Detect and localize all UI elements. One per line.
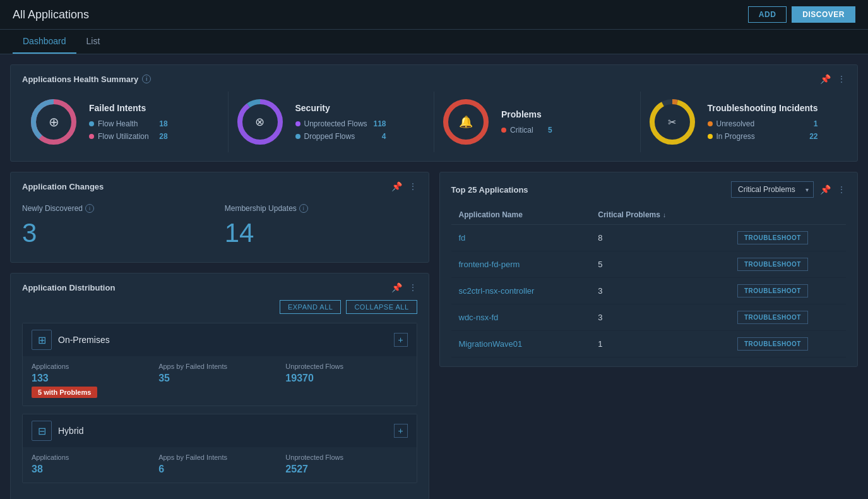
- newly-discovered-info-icon: i: [85, 204, 94, 213]
- app-changes-title: Application Changes: [22, 182, 104, 191]
- hybrid-unprotected: Unprotected Flows 2527: [285, 454, 407, 475]
- health-section-security: ⊗ Security Unprotected Flows 118 Dropped…: [229, 92, 435, 152]
- dropped-flows-item: Dropped Flows 4: [295, 132, 386, 141]
- hybrid-failed-intents: Apps by Failed Intents 6: [158, 454, 280, 475]
- app-changes-body: Newly Discovered i 3 Membership Updates …: [22, 199, 417, 253]
- unresolved-value: 1: [803, 119, 818, 128]
- on-premises-expand-button[interactable]: +: [394, 333, 408, 347]
- security-legend: Security Unprotected Flows 118 Dropped F…: [295, 103, 386, 141]
- tab-dashboard[interactable]: Dashboard: [13, 30, 76, 54]
- troubleshoot-btn-wdc[interactable]: TROUBLESHOOT: [737, 311, 808, 324]
- troubleshoot-btn-frontend[interactable]: TROUBLESHOOT: [737, 258, 808, 271]
- troubleshoot-cell-wdc: TROUBLESHOOT: [737, 311, 838, 324]
- on-premises-problems-badge: 5 with Problems: [32, 387, 97, 398]
- two-col-layout: Application Changes 📌 ⋮ Newly Discovered…: [10, 172, 858, 499]
- flow-utilization-item: Flow Utilization 28: [89, 132, 168, 141]
- troubleshoot-btn-fd[interactable]: TROUBLESHOOT: [737, 231, 808, 244]
- sort-icon: ↓: [663, 212, 666, 219]
- health-summary-body: ⊕ Failed Intents Flow Health 18 Flow Uti…: [22, 92, 846, 152]
- top25-dropdown[interactable]: Critical Problems In Progress Unresolved: [731, 181, 814, 198]
- table-row: frontend-fd-perm 5 TROUBLESHOOT: [451, 251, 847, 278]
- in-progress-item: In Progress 22: [708, 132, 818, 141]
- discover-button[interactable]: DISCOVER: [792, 6, 855, 23]
- table-row: fd 8 TROUBLESHOOT: [451, 225, 847, 251]
- membership-updates-section: Membership Updates i 14: [225, 204, 417, 248]
- app-name-sc2ctrl[interactable]: sc2ctrl-nsx-controller: [459, 286, 598, 296]
- app-distribution-header: Application Distribution 📌 ⋮: [22, 282, 417, 292]
- critical-value: 5: [537, 126, 552, 135]
- troubleshoot-btn-sc2ctrl[interactable]: TROUBLESHOOT: [737, 284, 808, 298]
- th-critical-problems: Critical Problems ↓: [598, 210, 737, 219]
- more-icon[interactable]: ⋮: [408, 282, 417, 292]
- membership-updates-info-icon: i: [299, 204, 308, 213]
- top25-card: Top 25 Applications Critical Problems In…: [439, 172, 859, 367]
- app-changes-card: Application Changes 📌 ⋮ Newly Discovered…: [10, 172, 429, 263]
- unprotected-flows-item: Unprotected Flows 118: [295, 119, 386, 128]
- app-distribution-card: Application Distribution 📌 ⋮ EXPAND ALL …: [10, 273, 429, 499]
- flow-health-value: 18: [153, 119, 168, 128]
- add-button[interactable]: ADD: [748, 6, 787, 23]
- th-app-name: Application Name: [459, 210, 598, 219]
- on-premises-icon: ⊞: [32, 330, 52, 350]
- problems-icon: 🔔: [459, 115, 473, 129]
- app-name-migrationwave[interactable]: MigrationWave01: [459, 339, 598, 349]
- expand-all-button[interactable]: EXPAND ALL: [280, 300, 341, 314]
- app-distribution-actions: 📌 ⋮: [391, 282, 417, 292]
- pin-icon[interactable]: 📌: [391, 181, 402, 191]
- more-icon[interactable]: ⋮: [837, 184, 846, 195]
- hybrid-expand-button[interactable]: +: [394, 424, 408, 438]
- pin-icon[interactable]: 📌: [820, 184, 831, 195]
- app-name-fd[interactable]: fd: [459, 233, 598, 243]
- more-icon[interactable]: ⋮: [837, 74, 846, 84]
- critical-count-migrationwave: 1: [598, 339, 737, 349]
- hybrid-title: ⊟ Hybrid: [32, 421, 83, 441]
- critical-dot: [501, 128, 506, 133]
- health-summary-title: Applications Health Summary i: [22, 75, 151, 84]
- health-summary-actions: 📌 ⋮: [820, 74, 846, 84]
- tab-bar: Dashboard List: [0, 30, 868, 54]
- in-progress-value: 22: [803, 132, 818, 141]
- security-donut: ⊗: [235, 97, 285, 147]
- top25-dropdown-wrap: Critical Problems In Progress Unresolved: [731, 181, 814, 198]
- troubleshoot-btn-migrationwave[interactable]: TROUBLESHOOT: [737, 337, 808, 351]
- newly-discovered-label: Newly Discovered i: [22, 204, 215, 213]
- membership-updates-value: 14: [225, 218, 417, 248]
- on-premises-header: ⊞ On-Premises +: [23, 323, 417, 356]
- app-name-frontend-fd-perm[interactable]: frontend-fd-perm: [459, 260, 598, 269]
- more-icon[interactable]: ⋮: [408, 181, 417, 191]
- unprotected-flows-value: 118: [371, 119, 386, 128]
- troubleshoot-cell-frontend: TROUBLESHOOT: [737, 258, 838, 271]
- pin-icon[interactable]: 📌: [391, 282, 402, 292]
- top25-header: Top 25 Applications Critical Problems In…: [451, 181, 847, 198]
- hybrid-icon: ⊟: [32, 421, 52, 441]
- critical-label: Critical: [510, 126, 533, 135]
- troubleshoot-cell-fd: TROUBLESHOOT: [737, 231, 838, 244]
- health-section-troubleshooting: ✂ Troubleshooting Incidents Unresolved 1…: [641, 92, 847, 152]
- unresolved-label: Unresolved: [716, 119, 799, 128]
- collapse-all-button[interactable]: COLLAPSE ALL: [346, 300, 417, 314]
- critical-count-frontend-fd-perm: 5: [598, 260, 737, 269]
- hybrid-body: Applications 38 Apps by Failed Intents 6…: [23, 447, 417, 483]
- unprotected-flows-dot: [295, 121, 300, 126]
- on-premises-group: ⊞ On-Premises + Applications 133 5 with …: [22, 323, 417, 406]
- app-distribution-title: Application Distribution: [22, 283, 115, 292]
- security-title: Security: [295, 103, 386, 113]
- on-premises-applications: Applications 133 5 with Problems: [32, 363, 153, 398]
- security-icon: ⊗: [255, 115, 265, 129]
- problems-donut: 🔔: [441, 97, 491, 147]
- pin-icon[interactable]: 📌: [820, 74, 831, 84]
- on-premises-body: Applications 133 5 with Problems Apps by…: [23, 356, 417, 406]
- hybrid-group: ⊟ Hybrid + Applications 38 Apps by Faile…: [22, 414, 417, 483]
- th-actions: [737, 210, 838, 219]
- membership-updates-label: Membership Updates i: [225, 204, 417, 213]
- troubleshooting-donut: ✂: [647, 97, 698, 147]
- app-name-wdc-nsx-fd[interactable]: wdc-nsx-fd: [459, 313, 598, 322]
- tab-list[interactable]: List: [76, 30, 110, 54]
- health-section-failed-intents: ⊕ Failed Intents Flow Health 18 Flow Uti…: [22, 92, 229, 152]
- newly-discovered-section: Newly Discovered i 3: [22, 204, 215, 248]
- health-summary-card: Applications Health Summary i 📌 ⋮: [10, 64, 858, 162]
- flow-utilization-label: Flow Utilization: [98, 132, 149, 141]
- top-nav: All Applications ADD DISCOVER: [0, 0, 868, 30]
- unresolved-dot: [708, 121, 713, 126]
- flow-utilization-value: 28: [153, 132, 168, 141]
